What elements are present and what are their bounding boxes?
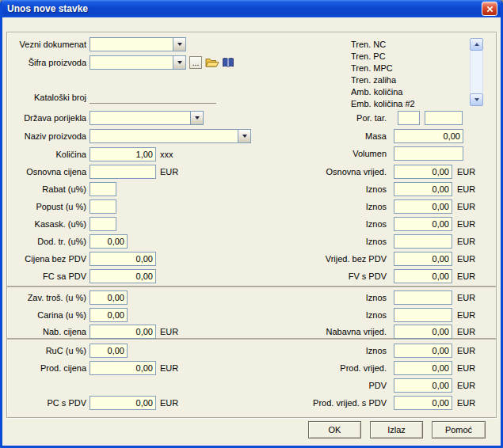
pdv-input[interactable] (394, 378, 452, 393)
iznos-carina-input[interactable] (394, 308, 452, 322)
naziv-proizvoda-input[interactable] (90, 130, 238, 142)
prod-vrijed-currency: EUR (457, 363, 475, 374)
list-item: Tren. MPC (351, 63, 465, 74)
kolicina-label: Količina (4, 149, 86, 160)
kolicina-unit: xxx (160, 149, 173, 160)
iznos-kasask-input[interactable] (394, 217, 452, 231)
cijena-bez-pdv-label: Cijena bez PDV (4, 253, 86, 264)
ok-button[interactable]: OK (308, 421, 361, 439)
drzava-porijekla-label: Država porijekla (4, 112, 86, 123)
current-values-list: Tren. NC Tren. PC Tren. MPC Tren. zaliha… (351, 39, 465, 108)
chevron-down-icon (195, 116, 200, 120)
ruc-label: RuC (u %) (4, 345, 86, 356)
osnovna-vrijed-input[interactable] (394, 165, 452, 179)
pc-s-pdv-input[interactable] (90, 396, 156, 410)
prod-vrijed-s-pdv-input[interactable] (394, 396, 452, 410)
chevron-down-icon (177, 43, 182, 46)
cijena-bez-pdv-input[interactable] (90, 252, 156, 266)
nab-cijena-currency: EUR (160, 326, 178, 337)
list-item: Emb. količina #2 (351, 98, 465, 108)
iznos-popust-label: Iznos (238, 201, 387, 212)
vrijed-bez-pdv-input[interactable] (394, 252, 452, 266)
sifra-proizvoda-input[interactable] (90, 56, 173, 69)
info-panel-scrollbar[interactable] (470, 38, 483, 106)
prod-vrijed-s-pdv-label: Prod. vrijed. s PDV (238, 397, 387, 408)
naziv-proizvoda-label: Naziv proizvoda (4, 131, 86, 142)
osnovna-cijena-currency: EUR (160, 166, 178, 177)
dod-tr-input[interactable] (90, 234, 128, 249)
vezni-dokumenat-combobox[interactable] (90, 37, 186, 51)
kolicina-input[interactable] (90, 147, 156, 161)
arrow-up-icon (474, 43, 479, 46)
vezni-dokumenat-dropdown-button[interactable] (173, 38, 185, 51)
sifra-more-button[interactable]: ... (189, 56, 202, 69)
rabat-input[interactable] (90, 182, 116, 196)
masa-input[interactable] (394, 129, 463, 143)
nabavna-vrijed-currency: EUR (457, 326, 475, 337)
iznos-dod-tr-input[interactable] (394, 234, 452, 249)
iznos-rabat-input[interactable] (394, 182, 452, 196)
sifra-proizvoda-combobox[interactable] (90, 55, 186, 70)
zav-tros-label: Zav. troš. (u %) (4, 292, 86, 303)
drzava-porijekla-combobox[interactable] (90, 111, 204, 125)
prod-cijena-input[interactable] (90, 361, 156, 375)
popust-input[interactable] (90, 199, 116, 214)
iznos-zav-tros-currency: EUR (457, 292, 475, 303)
volumen-label: Volumen (238, 148, 387, 159)
masa-label: Masa (238, 131, 387, 142)
iznos-popust-input[interactable] (394, 199, 452, 214)
carina-label: Carina (u %) (4, 309, 86, 321)
vezni-dokumenat-label: Vezni dokumenat (4, 39, 86, 50)
fv-s-pdv-currency: EUR (457, 271, 475, 282)
popust-label: Popust (u %) (4, 201, 86, 212)
osnovna-cijena-label: Osnovna cijena (4, 166, 86, 177)
zav-tros-input[interactable] (90, 290, 128, 305)
scroll-up-button[interactable] (470, 38, 483, 51)
list-item: Amb. količina (351, 86, 465, 98)
close-icon (486, 6, 493, 13)
iznos-kasask-currency: EUR (457, 218, 475, 230)
dialog-window: Unos nove stavke Vezni dokumenat Šifra p… (0, 0, 503, 448)
open-folder-button[interactable] (204, 55, 220, 69)
iznos-zav-tros-label: Iznos (238, 292, 387, 303)
iznos-rabat-currency: EUR (457, 184, 475, 195)
osnovna-cijena-input[interactable] (90, 165, 156, 179)
vezni-dokumenat-input[interactable] (90, 38, 173, 51)
catalog-book-button[interactable] (220, 55, 236, 69)
iznos-rabat-label: Iznos (238, 184, 387, 195)
pdv-currency: EUR (457, 380, 475, 391)
sifra-proizvoda-label: Šifra proizvoda (4, 57, 86, 68)
nab-cijena-input[interactable] (90, 325, 156, 339)
scroll-down-button[interactable] (470, 93, 483, 106)
titlebar[interactable]: Unos nove stavke (2, 0, 501, 17)
sifra-proizvoda-dropdown-button[interactable] (173, 56, 185, 69)
fc-sa-pdv-input[interactable] (90, 269, 156, 283)
carina-input[interactable] (90, 308, 128, 322)
volumen-input[interactable] (394, 146, 463, 161)
iznos-popust-currency: EUR (457, 201, 475, 212)
fv-s-pdv-input[interactable] (394, 269, 452, 283)
vrijed-bez-pdv-label: Vrijed. bez PDV (238, 253, 387, 264)
list-item: Tren. NC (351, 39, 465, 51)
iznos-dod-tr-label: Iznos (238, 236, 387, 247)
kataloski-broj-input[interactable] (90, 91, 216, 104)
ruc-input[interactable] (90, 344, 128, 358)
scroll-track[interactable] (470, 51, 483, 93)
naziv-proizvoda-combobox[interactable] (90, 129, 251, 143)
kasask-input[interactable] (90, 217, 116, 231)
nabavna-vrijed-input[interactable] (394, 325, 452, 339)
osnovna-vrijed-label: Osnovna vrijed. (238, 166, 387, 177)
por-tar-input-2[interactable] (425, 111, 463, 125)
por-tar-input-1[interactable] (398, 111, 420, 125)
drzava-porijekla-dropdown-button[interactable] (190, 112, 203, 124)
close-button[interactable] (482, 2, 497, 16)
rabat-label: Rabat (u%) (4, 184, 86, 195)
iznos-ruc-input[interactable] (394, 344, 452, 358)
pomoc-button[interactable]: Pomoć (432, 421, 486, 439)
drzava-porijekla-input[interactable] (90, 112, 190, 124)
osnovna-vrijed-currency: EUR (457, 166, 475, 177)
izlaz-button[interactable]: Izlaz (370, 421, 423, 439)
prod-vrijed-input[interactable] (394, 361, 452, 375)
iznos-zav-tros-input[interactable] (394, 290, 452, 305)
prod-vrijed-s-pdv-currency: EUR (457, 397, 475, 408)
